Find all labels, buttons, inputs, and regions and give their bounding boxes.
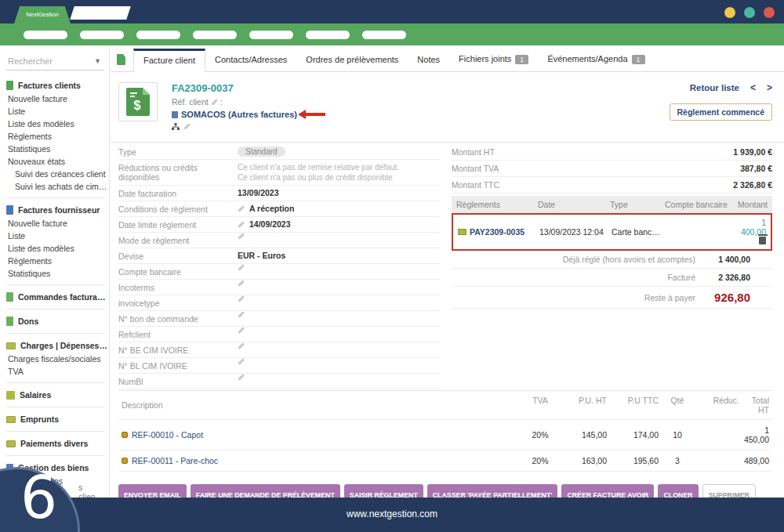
field-label: Date facturation: [118, 188, 238, 198]
sidebar-item[interactable]: Règlements: [6, 255, 104, 267]
red-dot-icon[interactable]: [764, 7, 775, 18]
product-icon: [122, 458, 128, 464]
field-row: N° bon de commande: [118, 311, 440, 327]
edit-pencil-icon[interactable]: [238, 280, 244, 286]
brand-tab[interactable]: NextGestion: [14, 6, 71, 24]
sidebar-item[interactable]: Liste des modèles: [6, 118, 104, 130]
action-button-saisir-r-glement[interactable]: SAISIR RÈGLEMENT: [344, 484, 423, 498]
sidebar-item[interactable]: Règlements: [6, 130, 104, 143]
back-to-list-link[interactable]: Retour liste: [690, 83, 739, 92]
tab-count-badge: 1: [515, 55, 528, 64]
teal-dot-icon[interactable]: [744, 7, 755, 18]
sidebar-section-5[interactable]: Salaires: [6, 388, 104, 402]
sidebar-item[interactable]: Statistiques: [6, 267, 104, 280]
main-nav-bar: [0, 24, 784, 45]
nav-pill-placeholder[interactable]: [362, 31, 406, 39]
edit-pencil-icon[interactable]: [183, 123, 190, 129]
redacted-tab[interactable]: [70, 6, 131, 20]
invoice-lines-table: DescriptionTVAP.U. HTP.U TTCQtéRéduc.Tot…: [118, 390, 772, 472]
product-link[interactable]: REF-00010 - Capot: [132, 430, 203, 440]
sidebar-item[interactable]: Nouvelle facture: [6, 92, 104, 105]
prev-invoice-chevron[interactable]: <: [750, 82, 756, 93]
payment-total-row: Déjà réglé (hors avoirs et acomptes)1 40…: [452, 251, 772, 269]
edit-pencil-icon[interactable]: [238, 295, 244, 302]
payment-id-link[interactable]: PAY2309-0035: [458, 227, 539, 237]
sidebar-item[interactable]: Liste des modèles: [6, 242, 104, 255]
window-dots: [724, 7, 775, 18]
action-button-classer-pay-e-partiellement-[interactable]: CLASSER 'PAYÉE PARTIELLEMENT': [427, 484, 558, 498]
sidebar-section-0[interactable]: Factures clients: [6, 78, 104, 92]
sidebar-item-partial[interactable]: s clien…: [78, 483, 109, 498]
sidebar-item[interactable]: TVA: [6, 365, 104, 378]
sidebar-section-4[interactable]: Charges | Dépenses…: [6, 338, 104, 353]
payments-table: RèglementsDateTypeCompte bancaireMontant…: [452, 196, 772, 251]
sidebar-item[interactable]: Statistiques: [6, 143, 104, 155]
line-tva: 20%: [517, 456, 563, 465]
sidebar-item[interactable]: Nouvelle facture: [6, 217, 104, 230]
edit-pencil-icon[interactable]: [238, 358, 244, 364]
nav-pill-placeholder[interactable]: [24, 31, 67, 39]
sidebar-item[interactable]: Liste: [6, 230, 104, 242]
payments-header: Règlements: [456, 200, 538, 209]
edit-pencil-icon[interactable]: [238, 342, 244, 349]
amount-value: 387,80 €: [740, 164, 772, 173]
card-olive-icon: [6, 440, 16, 447]
sidebar-search[interactable]: Rechercher ▼: [6, 55, 104, 71]
next-invoice-chevron[interactable]: >: [767, 82, 772, 93]
sidebar-item[interactable]: Suivi les achats de cim…: [6, 180, 104, 193]
sidebar-item[interactable]: Nouveaux états: [6, 155, 104, 168]
edit-pencil-icon[interactable]: [238, 374, 244, 380]
nav-pill-placeholder[interactable]: [306, 31, 350, 39]
tab-ordres-de-pr-l-vements[interactable]: Ordres de prélèvements: [296, 49, 408, 71]
edit-pencil-icon[interactable]: [238, 233, 244, 239]
nav-pill-placeholder[interactable]: [80, 31, 124, 39]
nav-pill-placeholder[interactable]: [193, 31, 237, 39]
action-button-envoyer-email[interactable]: ENVOYER EMAIL: [118, 484, 187, 498]
field-label: N° BL CIM IVOIRE: [118, 360, 238, 371]
yellow-dot-icon[interactable]: [724, 7, 735, 18]
sidebar-section-6[interactable]: Emprunts: [6, 412, 104, 426]
sidebar-item[interactable]: Suivi des créances client: [6, 168, 104, 180]
edit-pencil-icon[interactable]: [238, 221, 244, 227]
sidebar-section-2[interactable]: Commandes factura…: [6, 290, 104, 304]
trash-icon[interactable]: [759, 237, 766, 244]
client-link[interactable]: SOMACOS (Autres factures): [181, 110, 297, 119]
tab-contacts-adresses[interactable]: Contacts/Adresses: [205, 49, 296, 71]
tab-facture-client[interactable]: Facture client: [133, 49, 205, 72]
edit-pencil-icon[interactable]: [238, 205, 244, 212]
sidebar-separator: [6, 431, 104, 432]
tab-fichiers-joints[interactable]: Fichiers joints1: [449, 48, 538, 71]
tab-label: Facture client: [143, 56, 195, 65]
invoice-icon-box: $: [118, 82, 158, 121]
main-content: Facture clientContacts/AdressesOrdres de…: [111, 45, 784, 498]
sidebar-section-7[interactable]: Paiements divers: [6, 436, 104, 451]
footer-url: www.nextgestion.com: [347, 508, 437, 519]
line-pu-ht: 163,00: [563, 456, 607, 465]
edit-pencil-icon[interactable]: [211, 99, 217, 105]
field-row: N° BE CIM IVOIRE: [118, 342, 440, 358]
edit-pencil-icon[interactable]: [238, 327, 244, 333]
step-number: 6: [20, 464, 57, 531]
field-value-area: [238, 282, 440, 284]
sidebar-section-1[interactable]: Factures fournisseur: [6, 203, 104, 217]
nav-pill-placeholder[interactable]: [249, 31, 293, 39]
field-value-area: [238, 329, 440, 331]
tab--v-nements-agenda[interactable]: Événements/Agenda1: [538, 48, 654, 71]
action-button-cloner[interactable]: CLONER: [658, 484, 698, 498]
tab-label: Fichiers joints: [459, 54, 511, 63]
tab-notes[interactable]: Notes: [408, 49, 449, 71]
sidebar-item[interactable]: Charges fiscales/sociales: [6, 353, 104, 365]
hierarchy-icon[interactable]: [172, 123, 180, 130]
payment-total-row: Reste à payer926,80: [452, 287, 772, 309]
lines-header: Réduc.: [696, 396, 739, 414]
edit-pencil-icon[interactable]: [238, 264, 244, 270]
action-button-faire-une-demande-de-pr-l-vement[interactable]: FAIRE UNE DEMANDE DE PRÉLÈVEMENT: [191, 484, 340, 498]
sidebar-item[interactable]: Liste: [6, 105, 104, 118]
action-button-supprimer[interactable]: SUPPRIMER: [702, 484, 756, 498]
edit-pencil-icon[interactable]: [238, 311, 244, 317]
action-buttons: ENVOYER EMAILFAIRE UNE DEMANDE DE PRÉLÈV…: [118, 484, 784, 498]
action-button-cr-er-facture-avoir[interactable]: CRÉER FACTURE AVOIR: [561, 484, 654, 498]
sidebar-section-3[interactable]: Dons: [6, 314, 104, 328]
nav-pill-placeholder[interactable]: [136, 31, 180, 39]
product-link[interactable]: REF-00011 - Pare-choc: [132, 456, 218, 465]
